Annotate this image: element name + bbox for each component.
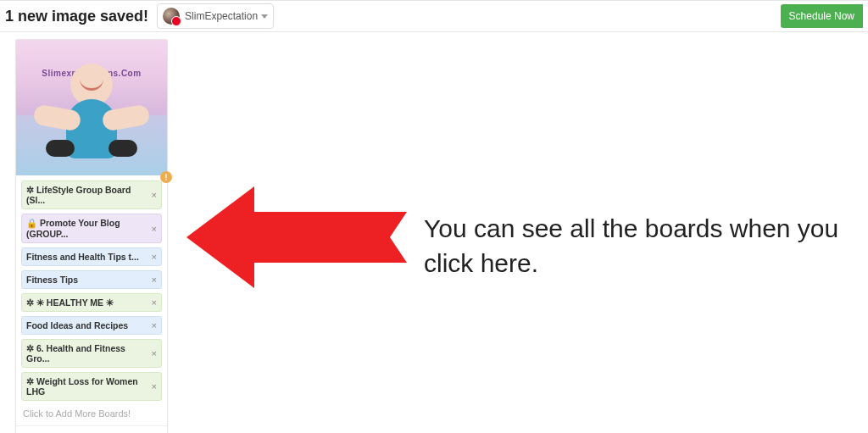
remove-board-icon[interactable]: × (152, 275, 157, 285)
pin-card: Slimexpectations.Com ! ✲ LifeStyle Group… (15, 39, 168, 433)
pin-description[interactable]: Strength training for beginners (At home… (16, 425, 167, 433)
saved-message: 1 new image saved! (5, 8, 148, 25)
board-tag[interactable]: Food Ideas and Recipes× (21, 316, 162, 335)
remove-board-icon[interactable]: × (152, 190, 157, 200)
remove-board-icon[interactable]: × (152, 297, 157, 308)
warning-badge[interactable]: ! (160, 171, 172, 183)
board-tag-label: ✲ LifeStyle Group Board (Sl... (26, 185, 148, 205)
board-tag-label: ✲ 6. Health and Fitness Gro... (26, 343, 148, 364)
top-bar: 1 new image saved! SlimExpectation Sched… (0, 0, 868, 32)
board-tag[interactable]: ✲ LifeStyle Group Board (Sl...× (21, 180, 162, 209)
pin-image[interactable]: Slimexpectations.Com (16, 40, 167, 175)
remove-board-icon[interactable]: × (152, 348, 157, 358)
remove-board-icon[interactable]: × (152, 252, 157, 262)
board-tag-label: Food Ideas and Recipes (26, 320, 128, 330)
board-tag-label: ✲ Weight Loss for Women LHG (26, 376, 148, 397)
boards-list: ✲ LifeStyle Group Board (Sl...×🔒 Promote… (16, 175, 167, 425)
remove-board-icon[interactable]: × (152, 320, 157, 330)
add-boards-input[interactable]: Click to Add More Boards! (21, 405, 162, 424)
avatar (163, 8, 180, 25)
annotation-text: You can see all the boards when you clic… (424, 212, 868, 280)
chevron-down-icon (261, 14, 268, 19)
board-tag[interactable]: Fitness Tips× (21, 270, 162, 289)
board-tag-label: ✲ ✳ HEALTHY ME ✳ (26, 297, 114, 308)
schedule-now-button[interactable]: Schedule Now (781, 4, 863, 28)
svg-marker-0 (186, 186, 407, 288)
annotation-arrow (186, 186, 407, 288)
board-tag[interactable]: 🔒 Promote Your Blog (GROUP...× (21, 214, 162, 243)
board-tag[interactable]: ✲ 6. Health and Fitness Gro...× (21, 339, 162, 368)
board-tag[interactable]: ✲ ✳ HEALTHY ME ✳× (21, 293, 162, 312)
remove-board-icon[interactable]: × (152, 224, 157, 234)
profile-switcher[interactable]: SlimExpectation (157, 3, 274, 29)
board-tag-label: 🔒 Promote Your Blog (GROUP... (26, 218, 148, 239)
profile-name: SlimExpectation (185, 10, 258, 22)
board-tag-label: Fitness and Health Tips t... (26, 252, 139, 262)
board-tag[interactable]: Fitness and Health Tips t...× (21, 247, 162, 266)
remove-board-icon[interactable]: × (152, 381, 157, 391)
board-tag-label: Fitness Tips (26, 275, 78, 285)
board-tag[interactable]: ✲ Weight Loss for Women LHG× (21, 372, 162, 401)
